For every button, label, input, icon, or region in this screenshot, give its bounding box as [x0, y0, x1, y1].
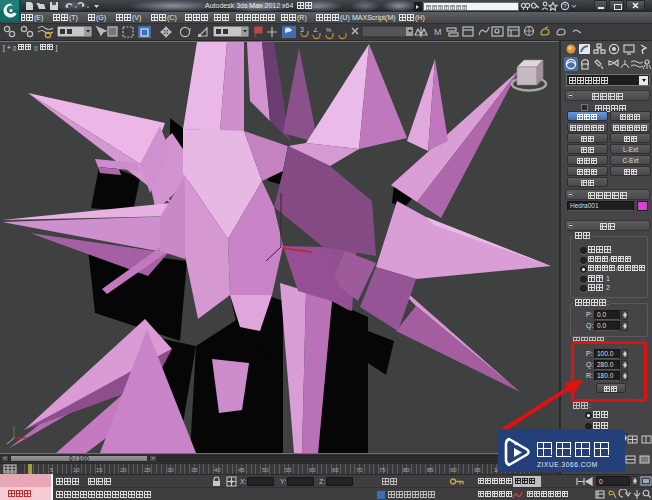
svg-text:3: 3 — [300, 26, 304, 33]
svg-text:M: M — [434, 27, 442, 37]
svg-text:%: % — [326, 27, 332, 33]
svg-text:?: ? — [563, 3, 567, 9]
svg-text:∠: ∠ — [313, 27, 318, 33]
